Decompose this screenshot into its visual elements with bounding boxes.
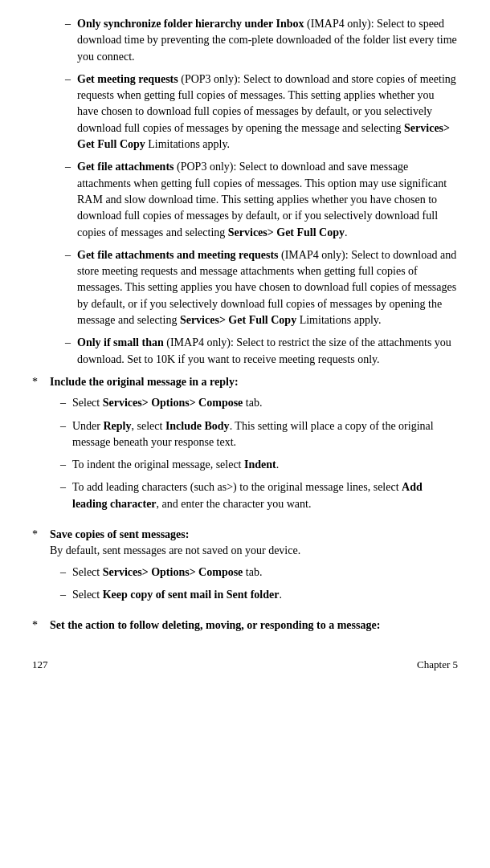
ref-services-options-compose-2: Services> Options> Compose xyxy=(103,566,243,578)
bullet-dash: – xyxy=(50,457,66,473)
item-text-indent: To indent the original message, select I… xyxy=(72,457,458,473)
desc-tab-1: tab. xyxy=(243,397,262,409)
ref-include-body: Include Body xyxy=(165,420,230,432)
desc-save-copies-intro: By default, sent messages are not saved … xyxy=(50,544,300,556)
list-item-file-attachments-meeting: – Get file attachments and meeting reque… xyxy=(55,247,458,328)
dash-list: – Only synchronize folder hierarchy unde… xyxy=(55,16,458,368)
bullet-star-save-copies: * xyxy=(32,527,43,609)
item-text-include-original: Include the original message in a reply:… xyxy=(50,374,458,519)
desc-indent-pre: To indent the original message, select xyxy=(72,458,244,471)
footer-chapter: Chapter 5 xyxy=(417,658,458,671)
sub-item-services-compose-2: – Select Services> Options> Compose tab. xyxy=(50,564,458,581)
ref-keep-copy: Keep copy of sent mail in Sent folder xyxy=(103,589,280,601)
ref-services-options-compose-1: Services> Options> Compose xyxy=(103,397,243,409)
desc-tab-2: tab. xyxy=(243,566,262,578)
sub-list-save-copies: – Select Services> Options> Compose tab.… xyxy=(50,564,458,604)
item-text-leading-char: To add leading characters (such as>) to … xyxy=(72,479,458,512)
bullet-star-set-action: * xyxy=(32,617,43,634)
desc-leading-char-end: , and enter the character you want. xyxy=(157,498,312,510)
ref-full-copy-2: Services> Get Full Copy xyxy=(228,226,345,238)
bullet-dash: – xyxy=(55,247,71,328)
item-text-services-compose-1: Select Services> Options> Compose tab. xyxy=(72,395,458,411)
term-meeting-requests: Get meeting requests xyxy=(77,73,178,85)
bullet-dash: – xyxy=(50,564,66,581)
item-text-only-if-small: Only if small than (IMAP4 only): Select … xyxy=(77,335,458,368)
bullet-dash: – xyxy=(50,479,66,512)
list-item-only-if-small: – Only if small than (IMAP4 only): Selec… xyxy=(55,335,458,368)
list-item-file-attachments: – Get file attachments (POP3 only): Sele… xyxy=(55,159,458,240)
sub-item-reply-include-body: – Under Reply, select Include Body. This… xyxy=(50,418,458,451)
desc-under-reply: Under xyxy=(72,420,104,432)
desc-select-include: , select xyxy=(132,420,165,432)
term-sync-folder: Only synchronize folder hierarchy under … xyxy=(77,18,304,30)
sub-list-include-original: – Select Services> Options> Compose tab.… xyxy=(50,395,458,512)
desc-select-1: Select xyxy=(72,397,103,409)
item-text-sync-folder: Only synchronize folder hierarchy under … xyxy=(77,16,458,65)
item-text-reply-include-body: Under Reply, select Include Body. This s… xyxy=(72,418,458,451)
bullet-dash: – xyxy=(55,159,71,240)
desc-file-attachments-meeting-end: Limitations apply. xyxy=(296,314,381,326)
heading-set-action: Set the action to follow deleting, movin… xyxy=(50,619,380,631)
list-item-save-copies: * Save copies of sent messages: By defau… xyxy=(32,527,458,609)
list-item-set-action: * Set the action to follow deleting, mov… xyxy=(32,617,458,634)
item-text-meeting-requests: Get meeting requests (POP3 only): Select… xyxy=(77,71,458,153)
desc-leading-char-pre: To add leading characters (such as>) to … xyxy=(72,481,402,493)
term-only-if-small: Only if small than xyxy=(77,336,164,348)
item-text-save-copies: Save copies of sent messages: By default… xyxy=(50,527,458,609)
ref-full-copy-3: Services> Get Full Copy xyxy=(180,314,296,326)
page-content: – Only synchronize folder hierarchy unde… xyxy=(32,16,458,671)
term-file-attachments-meeting: Get file attachments and meeting request… xyxy=(77,249,279,261)
item-text-file-attachments-meeting: Get file attachments and meeting request… xyxy=(77,247,458,328)
sub-item-services-compose-1: – Select Services> Options> Compose tab. xyxy=(50,395,458,411)
bullet-dash: – xyxy=(55,71,71,153)
footer-page-number: 127 xyxy=(32,658,48,671)
desc-keep-copy-end: . xyxy=(279,589,282,601)
bullet-dash: – xyxy=(55,335,71,368)
item-text-keep-copy: Select Keep copy of sent mail in Sent fo… xyxy=(72,587,458,603)
list-item-include-original: * Include the original message in a repl… xyxy=(32,374,458,519)
bullet-dash: – xyxy=(55,16,71,65)
heading-include-original: Include the original message in a reply: xyxy=(50,376,239,388)
bullet-star-include-original: * xyxy=(32,374,43,519)
ref-indent: Indent xyxy=(244,458,276,471)
desc-file-attachments-end: . xyxy=(345,226,348,238)
desc-meeting-requests-end: Limitations apply. xyxy=(145,138,230,150)
desc-select-keep: Select xyxy=(72,589,103,601)
item-text-set-action: Set the action to follow deleting, movin… xyxy=(50,617,458,634)
term-file-attachments: Get file attachments xyxy=(77,161,174,173)
bullet-dash: – xyxy=(50,395,66,411)
ref-reply: Reply xyxy=(104,420,132,432)
heading-save-copies: Save copies of sent messages: xyxy=(50,528,189,540)
page-footer: 127 Chapter 5 xyxy=(32,658,458,671)
sub-item-leading-char: – To add leading characters (such as>) t… xyxy=(50,479,458,512)
list-item-meeting-requests: – Get meeting requests (POP3 only): Sele… xyxy=(55,71,458,153)
item-text-file-attachments: Get file attachments (POP3 only): Select… xyxy=(77,159,458,240)
desc-indent-end: . xyxy=(276,458,280,471)
bullet-dash: – xyxy=(50,418,66,451)
sub-item-keep-copy: – Select Keep copy of sent mail in Sent … xyxy=(50,587,458,603)
list-item-sync-folder: – Only synchronize folder hierarchy unde… xyxy=(55,16,458,65)
bullet-dash: – xyxy=(50,587,66,603)
desc-select-2: Select xyxy=(72,566,103,578)
item-text-services-compose-2: Select Services> Options> Compose tab. xyxy=(72,564,458,581)
sub-item-indent: – To indent the original message, select… xyxy=(50,457,458,473)
